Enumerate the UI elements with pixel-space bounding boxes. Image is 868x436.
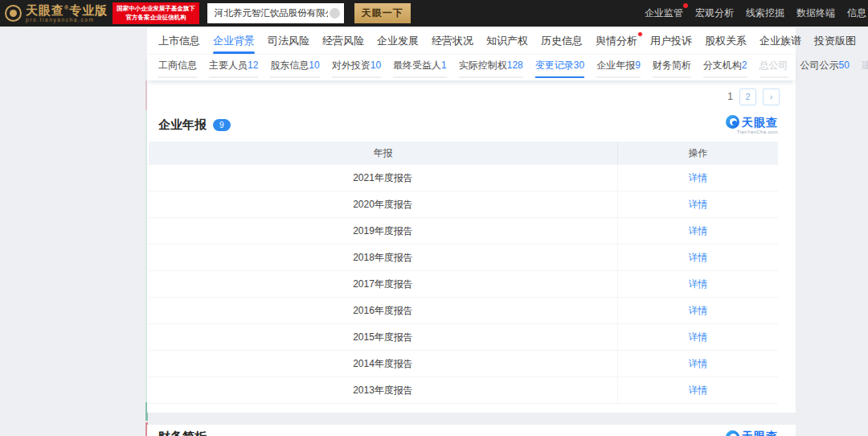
page-body: 上市信息 企业背景 司法风险 经营风险 企业发展 经营状况 知识产权 历史信息 …: [0, 27, 868, 436]
report-name: 2015年度报告: [149, 324, 617, 350]
tab-company-genealogy[interactable]: 企业族谱: [760, 28, 801, 54]
report-name: 2019年度报告: [149, 218, 617, 244]
subnav-business-info[interactable]: 工商信息: [158, 59, 197, 78]
tab-operation-risk[interactable]: 经营风险: [322, 28, 364, 54]
notification-dot-icon: [637, 31, 643, 37]
menu-item-enterprise-monitor[interactable]: 企业监管: [645, 6, 683, 20]
secondary-nav-bar: 工商信息 主要人员12 股东信息10 对外投资10 最终受益人1 实际控制权12…: [147, 55, 796, 80]
column-header-action: 操作: [617, 142, 778, 164]
tab-public-opinion[interactable]: 舆情分析: [596, 28, 637, 54]
subnav-ultimate-beneficiary[interactable]: 最终受益人1: [393, 59, 447, 78]
subnav-key-personnel[interactable]: 主要人员12: [209, 59, 258, 78]
tianyancha-eye-icon: [726, 115, 739, 129]
detail-link[interactable]: 详情: [689, 198, 708, 212]
report-name: 2017年度报告: [149, 271, 617, 297]
menu-item-info[interactable]: 信息: [847, 6, 866, 20]
primary-tab-bar: 上市信息 企业背景 司法风险 经营风险 企业发展 经营状况 知识产权 历史信息 …: [147, 28, 796, 55]
table-row: 2014年度报告 详情: [149, 350, 778, 376]
detail-link[interactable]: 详情: [689, 331, 708, 344]
table-row: 2017年度报告 详情: [149, 270, 778, 297]
subnav-shareholders[interactable]: 股东信息10: [270, 59, 319, 78]
tianyancha-watermark: 天眼查 TianYanCha.com: [726, 115, 778, 134]
menu-item-data-terminal[interactable]: 数据终端: [796, 6, 835, 20]
tab-listing-info[interactable]: 上市信息: [158, 28, 200, 54]
tab-history-info[interactable]: 历史信息: [541, 28, 583, 54]
top-header-bar: 天眼查®专业版 pro.tianyancha.com 国家中小企业发展子基金旗下…: [0, 0, 868, 27]
tab-operation-status[interactable]: 经营状况: [432, 28, 473, 54]
pagination: 1 2 ›: [147, 80, 796, 113]
detail-link[interactable]: 详情: [689, 251, 708, 265]
tab-company-development[interactable]: 企业发展: [377, 28, 419, 54]
detail-link[interactable]: 详情: [689, 384, 708, 397]
annual-report-table: 年报 操作 2021年度报告 详情 2020年度报告 详情 2019年度报告 详…: [149, 142, 778, 404]
annual-report-section-header: 企业年报 9 天眼查 TianYanCha.com: [147, 113, 796, 137]
tianyancha-eye-icon: [5, 5, 22, 22]
brand-name: 天眼查®专业版: [26, 4, 108, 16]
section-title: 企业年报: [158, 117, 207, 133]
search-button[interactable]: 天眼一下: [354, 3, 411, 23]
tab-equity-relations[interactable]: 股权关系: [705, 28, 747, 54]
subnav-change-records[interactable]: 变更记录30: [535, 59, 584, 78]
report-name: 2013年度报告: [149, 377, 617, 403]
page-number-current[interactable]: 1: [727, 91, 733, 102]
subnav-company-announcements[interactable]: 公司公示50: [800, 59, 850, 78]
table-row: 2021年度报告 详情: [149, 164, 778, 191]
tianyancha-logo[interactable]: 天眼查®专业版 pro.tianyancha.com: [5, 4, 108, 23]
subnav-annual-reports[interactable]: 企业年报9: [596, 59, 641, 78]
detail-link[interactable]: 详情: [689, 278, 708, 291]
search-clear-icon[interactable]: [330, 8, 340, 19]
detail-link[interactable]: 详情: [689, 357, 708, 371]
menu-item-clue-mining[interactable]: 线索挖掘: [746, 6, 784, 20]
company-search-input[interactable]: [207, 3, 344, 23]
count-badge: 9: [213, 119, 231, 131]
table-row: 2015年度报告 详情: [149, 323, 778, 350]
certification-badge: 国家中小企业发展子基金旗下 官方备案企业征信机构: [113, 2, 199, 25]
table-row: 2016年度报告 详情: [149, 297, 778, 323]
next-page-button[interactable]: ›: [763, 88, 780, 105]
page-number-2[interactable]: 2: [739, 88, 756, 105]
tab-investment-map[interactable]: 投资版图: [814, 28, 856, 54]
detail-link[interactable]: 详情: [689, 304, 708, 318]
main-content-card: 上市信息 企业背景 司法风险 经营风险 企业发展 经营状况 知识产权 历史信息 …: [147, 28, 796, 413]
subnav-construction-qualification: 建筑资质: [862, 59, 868, 78]
tab-company-background[interactable]: 企业背景: [213, 28, 255, 54]
report-name: 2018年度报告: [149, 245, 617, 270]
tab-intellectual-property[interactable]: 知识产权: [486, 28, 528, 54]
table-row: 2020年度报告 详情: [149, 191, 778, 217]
report-name: 2016年度报告: [149, 298, 617, 323]
detail-link[interactable]: 详情: [689, 171, 708, 185]
subnav-actual-control[interactable]: 实际控制权128: [459, 59, 523, 78]
subnav-branches[interactable]: 分支机构2: [703, 59, 747, 78]
table-header-row: 年报 操作: [149, 142, 778, 164]
subnav-outbound-investment[interactable]: 对外投资10: [332, 59, 381, 78]
notification-dot-icon: [683, 3, 688, 8]
subnav-financial-analysis[interactable]: 财务简析: [653, 59, 691, 78]
top-menu: 企业监管 宏观分析 线索挖掘 数据终端 信息: [645, 6, 868, 20]
report-name: 2014年度报告: [149, 351, 617, 376]
menu-item-macro-analysis[interactable]: 宏观分析: [695, 6, 734, 20]
tab-user-complaints[interactable]: 用户投诉: [650, 28, 692, 54]
report-name: 2020年度报告: [149, 191, 617, 217]
column-header-report: 年报: [149, 142, 617, 164]
tianyancha-watermark: 天眼查: [726, 430, 778, 436]
table-row: 2019年度报告 详情: [149, 217, 778, 244]
next-section-card: 财务简析 天眼查: [147, 425, 796, 436]
table-row: 2013年度报告 详情: [149, 376, 778, 403]
detail-link[interactable]: 详情: [689, 224, 708, 238]
subnav-head-office: 总公司: [760, 59, 788, 78]
tianyancha-eye-icon: [726, 430, 739, 436]
next-section-title: 财务简析: [158, 430, 207, 436]
table-row: 2018年度报告 详情: [149, 244, 778, 270]
report-name: 2021年度报告: [149, 165, 617, 191]
tab-judicial-risk[interactable]: 司法风险: [268, 28, 309, 54]
brand-domain: pro.tianyancha.com: [26, 18, 108, 23]
